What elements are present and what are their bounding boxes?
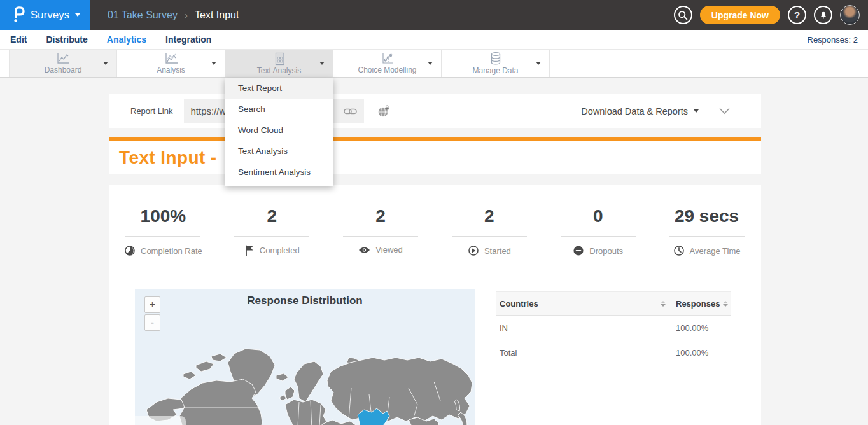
product-switcher[interactable]: Surveys xyxy=(0,0,90,30)
tab-label: Manage Data xyxy=(472,66,518,75)
divider xyxy=(343,236,418,237)
map-zoom-controls: + - xyxy=(144,296,160,331)
line-chart-icon xyxy=(55,52,71,65)
menu-item-text-analysis[interactable]: Text Analysis xyxy=(225,141,333,162)
stat-dropouts: 0 Dropouts xyxy=(543,206,652,256)
tab-analysis[interactable]: Analysis xyxy=(117,50,225,77)
stat-label: Average Time xyxy=(690,246,741,256)
bell-icon xyxy=(818,10,829,20)
breadcrumb-survey-name[interactable]: 01 Take Survey xyxy=(108,10,178,21)
help-button[interactable]: ? xyxy=(788,6,806,24)
subnav-item-analytics[interactable]: Analytics xyxy=(107,34,146,45)
chevron-down-icon[interactable] xyxy=(536,62,541,65)
stat-average-time: 29 secs Average Time xyxy=(652,206,761,256)
sort-icon[interactable] xyxy=(661,301,666,307)
country-cell: IN xyxy=(496,323,676,333)
world-map[interactable] xyxy=(135,344,475,425)
tab-choice-modelling[interactable]: Choice Modelling xyxy=(333,50,442,77)
tab-label: Text Analysis xyxy=(257,66,301,75)
collapse-section-chevron-icon[interactable] xyxy=(719,108,730,115)
map-zoom-in-button[interactable]: + xyxy=(144,296,160,313)
column-header-countries[interactable]: Countries xyxy=(496,299,676,309)
page-title: Text Input - xyxy=(119,148,222,168)
flag-icon xyxy=(244,245,255,256)
subnav-item-edit[interactable]: Edit xyxy=(10,34,27,45)
tab-manage-data[interactable]: Manage Data xyxy=(442,50,550,77)
responses-cell: 100.00% xyxy=(676,323,731,333)
stat-value: 100% xyxy=(109,206,218,226)
search-button[interactable] xyxy=(674,6,692,24)
subnav-item-integration[interactable]: Integration xyxy=(165,34,211,45)
stat-label: Dropouts xyxy=(589,246,623,256)
text-analysis-dropdown-menu: Text Report Search Word Cloud Text Analy… xyxy=(225,78,333,186)
stat-completion-rate: 100% Completion Rate xyxy=(109,206,218,256)
stat-value: 2 xyxy=(218,206,326,226)
scatter-chart-icon xyxy=(380,52,395,65)
stat-label: Completion Rate xyxy=(141,246,202,256)
divider xyxy=(561,236,636,237)
question-title-panel: Text Input - xyxy=(109,141,761,174)
play-circle-icon xyxy=(468,245,479,256)
column-header-responses[interactable]: Responses xyxy=(676,299,731,309)
divider xyxy=(669,236,745,237)
map-attribution-box xyxy=(135,416,186,425)
chevron-down-icon[interactable] xyxy=(319,62,325,65)
eye-icon xyxy=(358,246,370,254)
questionpro-logo-icon xyxy=(10,4,25,25)
product-label: Surveys xyxy=(31,9,69,22)
chevron-down-icon[interactable] xyxy=(211,62,216,65)
download-data-reports-menu[interactable]: Download Data & Reports xyxy=(581,106,699,116)
stat-value: 2 xyxy=(326,206,435,226)
menu-item-search[interactable]: Search xyxy=(225,99,333,120)
tab-label: Analysis xyxy=(157,66,185,74)
stat-label: Completed xyxy=(260,246,300,255)
subnav-item-distribute[interactable]: Distribute xyxy=(46,34,87,45)
menu-item-text-report[interactable]: Text Report xyxy=(225,78,333,99)
topbar-actions: Upgrade Now ? xyxy=(674,5,868,25)
responses-count: Responses: 2 xyxy=(808,35,868,45)
chevron-down-icon[interactable] xyxy=(103,62,108,65)
analytics-toolbar: Dashboard Analysis Text Analysis xyxy=(0,50,868,78)
topbar: Surveys 01 Take Survey › Text Input Upgr… xyxy=(0,0,868,30)
stat-value: 0 xyxy=(543,206,652,226)
report-link-label: Report Link xyxy=(130,106,172,116)
tab-dashboard[interactable]: Dashboard xyxy=(9,50,117,77)
notifications-button[interactable] xyxy=(814,6,832,24)
table-row: Total 100.00% xyxy=(496,340,731,365)
stat-viewed: 2 Viewed xyxy=(326,206,435,256)
tab-text-analysis[interactable]: Text Analysis xyxy=(225,50,333,77)
analytics-content-panel: 100% Completion Rate 2 Completed xyxy=(109,185,761,425)
stat-started: 2 Started xyxy=(435,206,543,256)
breadcrumb-separator: › xyxy=(185,10,188,20)
upgrade-now-button[interactable]: Upgrade Now xyxy=(700,6,780,24)
report-link-bar: Report Link Download Data & Reports xyxy=(109,94,761,128)
text-report-icon xyxy=(272,52,286,66)
copy-link-icon[interactable] xyxy=(337,107,364,116)
chevron-down-icon[interactable] xyxy=(428,62,433,65)
trend-chart-icon xyxy=(164,52,179,65)
response-distribution-map[interactable]: Response Distribution + - xyxy=(135,289,475,425)
map-title: Response Distribution xyxy=(135,295,475,307)
map-zoom-out-button[interactable]: - xyxy=(144,314,160,331)
search-icon xyxy=(678,10,688,20)
chevron-down-icon xyxy=(694,109,699,113)
menu-item-word-cloud[interactable]: Word Cloud xyxy=(225,120,333,141)
stats-row: 100% Completion Rate 2 Completed xyxy=(109,185,761,256)
menu-item-sentiment-analysis[interactable]: Sentiment Analysis xyxy=(225,162,333,183)
download-label: Download Data & Reports xyxy=(581,106,688,116)
stat-label: Viewed xyxy=(375,245,402,254)
tab-label: Dashboard xyxy=(45,66,82,74)
sort-icon[interactable] xyxy=(723,301,728,307)
country-cell: Total xyxy=(496,348,676,358)
countries-table-header: Countries Responses xyxy=(496,291,731,316)
stat-completed: 2 Completed xyxy=(218,206,326,256)
stat-label: Started xyxy=(484,246,511,256)
clock-icon xyxy=(673,245,685,256)
tab-label: Choice Modelling xyxy=(358,66,416,74)
responses-cell: 100.00% xyxy=(676,348,731,358)
globe-lock-icon[interactable] xyxy=(377,105,390,118)
user-avatar[interactable] xyxy=(840,5,860,25)
stat-value: 29 secs xyxy=(652,206,761,226)
countries-table: Countries Responses IN 100.00% Total 100… xyxy=(496,291,731,365)
survey-subnav: Edit Distribute Analytics Integration Re… xyxy=(0,30,868,50)
